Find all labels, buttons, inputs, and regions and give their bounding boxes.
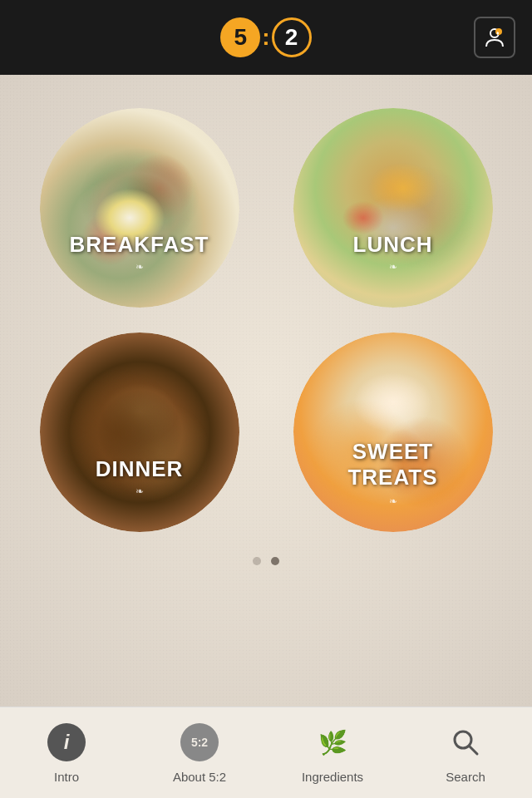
dot-1[interactable] <box>253 557 261 565</box>
category-grid: BREAKFAST ❧ LUNCH ❧ DINNER ❧ SWEETT <box>25 108 507 532</box>
dinner-visual <box>40 332 239 532</box>
breakfast-circle[interactable]: BREAKFAST ❧ <box>40 108 239 308</box>
sweet-treats-label: SWEETTREATS <box>293 439 493 490</box>
sweet-treats-deco: ❧ <box>389 495 397 507</box>
intro-icon-wrap: i <box>46 722 87 763</box>
app-logo: 5 : 2 <box>220 17 311 57</box>
nav-ingredients[interactable]: 🌿 Ingredients <box>266 722 399 784</box>
dinner-circle[interactable]: DINNER ❧ <box>40 332 239 532</box>
logo-colon: : <box>262 24 269 51</box>
sweet-bg: SWEETTREATS ❧ <box>293 332 493 532</box>
breakfast-visual <box>40 108 239 308</box>
info-icon: i <box>47 723 86 761</box>
about52-icon: 5:2 <box>180 723 219 761</box>
search-icon-wrap <box>445 722 486 763</box>
dinner-bg: DINNER ❧ <box>40 332 239 532</box>
leaf-icon: 🌿 <box>313 723 352 761</box>
nav-intro[interactable]: i Intro <box>0 722 133 784</box>
nav-about52[interactable]: 5:2 About 5:2 <box>133 722 266 784</box>
logo-5: 5 <box>220 17 260 57</box>
main-content: BREAKFAST ❧ LUNCH ❧ DINNER ❧ SWEETT <box>0 75 532 707</box>
search-label: Search <box>446 770 485 784</box>
search-icon <box>446 723 485 761</box>
pagination-dots <box>253 557 279 565</box>
breakfast-bg: BREAKFAST ❧ <box>40 108 239 308</box>
ingredients-icon-wrap: 🌿 <box>312 722 353 763</box>
dinner-label: DINNER <box>40 456 239 482</box>
breakfast-label: BREAKFAST <box>40 232 239 258</box>
svg-text:♦: ♦ <box>496 30 500 36</box>
lunch-label: LUNCH <box>293 232 493 258</box>
breakfast-deco: ❧ <box>135 261 144 273</box>
dinner-deco: ❧ <box>135 485 144 497</box>
nav-search[interactable]: Search <box>399 722 532 784</box>
ingredients-label: Ingredients <box>302 770 363 784</box>
dot-2[interactable] <box>271 557 279 565</box>
header: 5 : 2 ♦ <box>0 0 532 75</box>
lunch-circle[interactable]: LUNCH ❧ <box>293 108 493 308</box>
profile-icon[interactable]: ♦ <box>474 17 515 58</box>
logo-2: 2 <box>272 17 312 57</box>
intro-label: Intro <box>54 770 79 784</box>
bottom-nav: i Intro 5:2 About 5:2 🌿 Ingredients Sear… <box>0 707 532 798</box>
lunch-deco: ❧ <box>389 261 397 273</box>
svg-line-4 <box>469 746 477 754</box>
sweet-treats-circle[interactable]: SWEETTREATS ❧ <box>293 332 493 532</box>
about52-label: About 5:2 <box>173 770 226 784</box>
lunch-visual <box>293 108 493 308</box>
lunch-bg: LUNCH ❧ <box>293 108 493 308</box>
about52-icon-wrap: 5:2 <box>179 722 220 763</box>
